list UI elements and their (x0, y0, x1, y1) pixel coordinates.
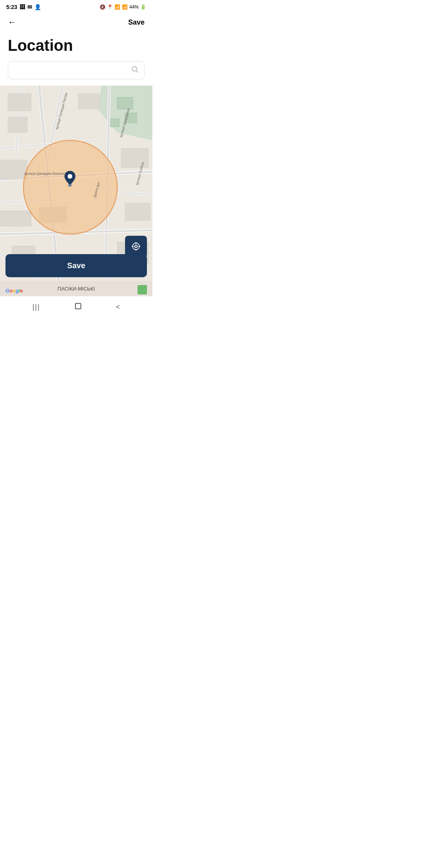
status-time: 5:23 (6, 4, 17, 10)
svg-rect-28 (8, 117, 27, 133)
person-icon: 👤 (34, 4, 41, 10)
svg-point-41 (135, 245, 138, 247)
signal-icon: 📶 (122, 4, 128, 10)
svg-rect-32 (78, 93, 100, 109)
bottom-nav: ||| < (0, 296, 152, 318)
status-right: 🔇 📍 📶 📶 44% 🔋 (100, 4, 146, 10)
status-bar: 5:23 🖼 ✉ 👤 🔇 📍 📶 📶 44% 🔋 (0, 0, 152, 14)
nav-menu-button[interactable]: ||| (32, 303, 40, 311)
nav-home-button[interactable] (74, 302, 82, 312)
save-top-button[interactable]: Save (128, 18, 145, 27)
photo-icon: 🖼 (20, 4, 25, 10)
map-area[interactable]: вулиця Галицькі Пасіки вулиця Шафарика в… (0, 86, 152, 281)
svg-rect-30 (0, 211, 31, 226)
mute-icon: 🔇 (100, 4, 106, 10)
svg-rect-5 (125, 113, 137, 123)
svg-rect-47 (75, 303, 81, 309)
wifi-icon: 📶 (114, 4, 120, 10)
back-button[interactable]: ← (8, 17, 16, 27)
battery-icon: 🔋 (140, 4, 146, 10)
location-icon: 📍 (107, 4, 113, 10)
svg-rect-34 (125, 203, 150, 221)
nav-back-button[interactable]: < (116, 303, 120, 311)
search-container (0, 58, 152, 86)
svg-rect-27 (8, 93, 31, 111)
mail-icon: ✉ (27, 4, 32, 10)
save-btn-area: Save (0, 250, 152, 281)
battery-text: 44% (129, 4, 139, 10)
svg-rect-29 (0, 160, 27, 179)
city-label: ПАСІКИ-МІСЬКІ (57, 286, 95, 292)
search-icon (131, 65, 139, 75)
map-watermark-icon (138, 285, 147, 294)
search-input[interactable] (14, 67, 131, 74)
svg-point-37 (23, 140, 117, 234)
svg-rect-4 (117, 97, 133, 109)
status-left: 5:23 🖼 ✉ 👤 (6, 4, 41, 10)
svg-line-1 (136, 71, 138, 73)
map-footer: Google ПАСІКИ-МІСЬКІ (0, 281, 152, 296)
svg-point-46 (132, 243, 139, 249)
search-input-wrap[interactable] (8, 61, 145, 79)
save-bottom-button[interactable]: Save (5, 254, 147, 277)
top-nav: ← Save (0, 14, 152, 30)
svg-rect-6 (109, 119, 119, 127)
google-logo: Google (5, 288, 23, 294)
page-title: Location (0, 30, 152, 58)
svg-point-0 (132, 66, 137, 71)
svg-rect-33 (121, 148, 148, 168)
